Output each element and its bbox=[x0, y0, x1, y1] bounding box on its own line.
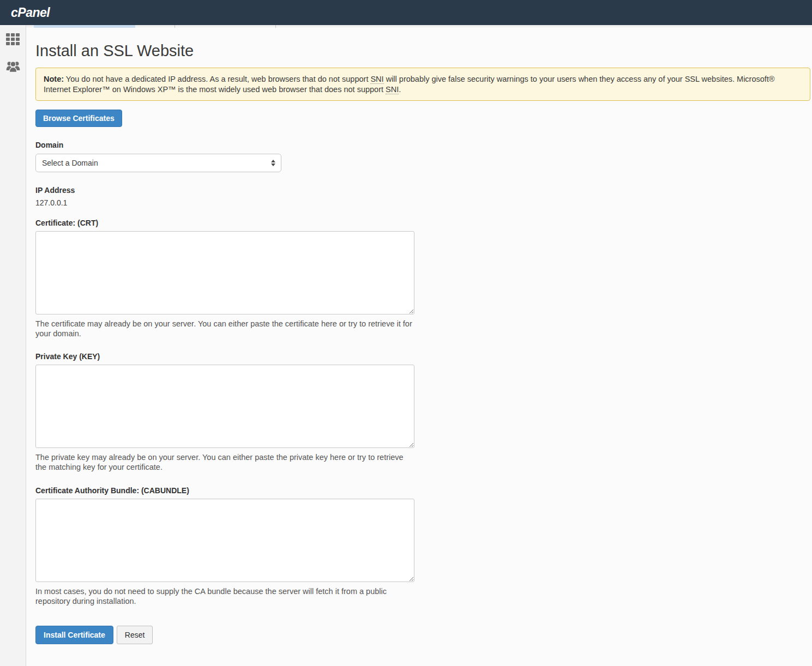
private-key-help: The private key may already be on your s… bbox=[35, 452, 414, 472]
tab-strip-cutoff bbox=[26, 25, 812, 28]
domain-select[interactable]: Select a Domain bbox=[35, 154, 281, 172]
sni-warning-note: Note: You do not have a dedicated IP add… bbox=[35, 68, 810, 101]
cabundle-help: In most cases, you do not need to supply… bbox=[35, 586, 414, 606]
active-tab-edge[interactable] bbox=[34, 25, 135, 28]
cabundle-label: Certificate Authority Bundle: (CABUNDLE) bbox=[35, 486, 810, 495]
app-window: cPanel bbox=[0, 0, 812, 666]
user-group-icon[interactable] bbox=[5, 59, 21, 74]
apps-grid-icon-glyph bbox=[6, 33, 20, 45]
sni-term: SNI bbox=[386, 85, 399, 94]
certificate-crt-help: The certificate may already be on your s… bbox=[35, 319, 414, 338]
note-label: Note: bbox=[44, 75, 64, 83]
select-updown-icon bbox=[271, 160, 275, 166]
note-text: . bbox=[399, 85, 401, 94]
browse-certificates-button[interactable]: Browse Certificates bbox=[35, 110, 122, 127]
certificate-crt-textarea[interactable] bbox=[35, 231, 414, 314]
install-certificate-button[interactable]: Install Certificate bbox=[35, 626, 113, 644]
cabundle-textarea[interactable] bbox=[35, 499, 414, 582]
private-key-textarea[interactable] bbox=[35, 365, 414, 448]
note-text: You do not have a dedicated IP address. … bbox=[64, 75, 370, 83]
ip-address-value: 127.0.0.1 bbox=[35, 198, 810, 207]
top-navbar: cPanel bbox=[0, 0, 812, 25]
tab-divider bbox=[175, 25, 175, 28]
certificate-crt-label: Certificate: (CRT) bbox=[35, 219, 810, 227]
domain-label: Domain bbox=[35, 141, 810, 149]
page-title: Install an SSL Website bbox=[35, 41, 810, 60]
form-actions: Install Certificate Reset bbox=[35, 626, 810, 644]
sni-term: SNI bbox=[370, 75, 383, 84]
user-group-icon-glyph bbox=[5, 59, 21, 74]
main-area: Install an SSL Website Note: You do not … bbox=[0, 25, 812, 666]
page-content: Install an SSL Website Note: You do not … bbox=[26, 28, 812, 666]
left-sidebar bbox=[0, 25, 26, 666]
cpanel-logo: cPanel bbox=[11, 5, 50, 20]
content-region: Install an SSL Website Note: You do not … bbox=[26, 25, 812, 666]
apps-grid-icon[interactable] bbox=[5, 32, 21, 47]
private-key-label: Private Key (KEY) bbox=[35, 352, 810, 361]
domain-select-value: Select a Domain bbox=[42, 159, 98, 167]
reset-button[interactable]: Reset bbox=[117, 626, 153, 644]
ip-address-label: IP Address bbox=[35, 186, 810, 195]
tab-divider bbox=[275, 25, 276, 28]
